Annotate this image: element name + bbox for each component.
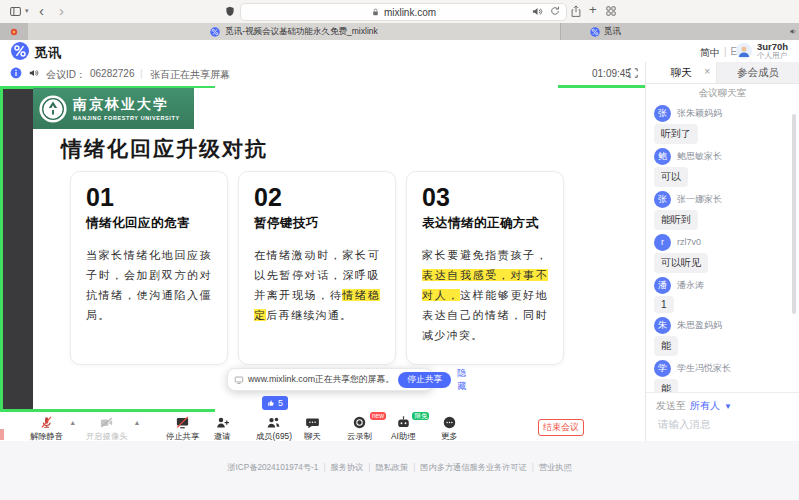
avatar: r (654, 234, 671, 251)
mixlink-favicon (590, 27, 600, 37)
chat-message-head: 潘潘永涛 (654, 276, 799, 294)
tab-chat[interactable]: 聊天 × (646, 62, 716, 83)
page-footer: 浙ICP备2024101974号-1|服务协议|隐私政策|国内多方通信服务业务许… (0, 441, 799, 500)
meeting-timer: 01:09:45 (592, 68, 631, 79)
footer-link[interactable]: 营业执照 (539, 463, 572, 472)
avatar: 潘 (654, 277, 671, 294)
chat-message-head: 朱朱思盈妈妈 (654, 316, 799, 334)
monitor-icon (234, 375, 244, 385)
tab-strip: 觅讯-视频会议基础功能永久免费_mixlink 觅讯 (0, 23, 799, 40)
footer-separator: | (532, 463, 534, 472)
tab-members-label: 参会成员 (737, 66, 779, 80)
send-to-row[interactable]: 发送至 所有人 ▼ (656, 399, 789, 413)
record-icon (352, 415, 367, 430)
address-bar[interactable]: mixlink.com (240, 3, 567, 21)
audio-icon[interactable] (28, 67, 40, 79)
toolbar-item-9[interactable]: 更多 (441, 415, 458, 442)
chat-message-list: 张张朱颖妈妈听到了鲍鲍思敏家长可以张张一娜家长能听到rrzl7v0可以听见潘潘永… (646, 102, 799, 392)
stop-sharing-button[interactable]: 停止共享 (398, 372, 451, 388)
toolbar-badge: new (370, 412, 386, 420)
chat-message-input[interactable] (656, 417, 790, 431)
chevron-up-icon[interactable]: ▲ (69, 419, 76, 426)
user-block[interactable]: 3ur70h 个人用户 (757, 42, 788, 60)
chevron-down-icon[interactable]: ▾ (25, 7, 29, 15)
chat-sender-name: 张一娜家长 (677, 193, 722, 206)
active-tab[interactable]: 觅讯-视频会议基础功能永久免费_mixlink (28, 23, 561, 40)
chat-message-head: 学学生冯悦家长 (654, 359, 799, 377)
toolbar-item-1[interactable]: ▲解除静音 (30, 415, 63, 442)
toolbar-item-3[interactable]: 停止共享 (166, 415, 199, 442)
speaker-icon[interactable] (531, 5, 544, 18)
chat-message-head: 张张一娜家长 (654, 190, 799, 208)
send-to-value[interactable]: 所有人 (690, 399, 720, 413)
chat-message: 张张朱颖妈妈听到了 (654, 104, 799, 144)
toolbar-item-2[interactable]: ▲开启摄像头 (86, 415, 127, 442)
send-to-label: 发送至 (656, 399, 686, 413)
toolbar-item-4[interactable]: 邀请 (214, 415, 231, 442)
share-banner-message: www.mixlink.com正在共享您的屏幕。 (248, 374, 394, 386)
sidebar-toggle-icon[interactable] (9, 5, 22, 18)
chat-scrollbar[interactable] (792, 114, 796, 314)
tab-overview-icon[interactable] (605, 5, 617, 17)
meeting-id-value: 06282726 (90, 68, 135, 79)
chat-input-area: 发送至 所有人 ▼ (646, 392, 799, 441)
panel-tabs: 聊天 × 参会成员 (646, 62, 799, 84)
end-meeting-button[interactable]: 结束会议 (538, 419, 584, 436)
mixlink-logo-icon (11, 42, 29, 60)
chat-message-head: 鲍鲍思敏家长 (654, 147, 799, 165)
avatar: 朱 (654, 317, 671, 334)
close-icon[interactable]: × (704, 66, 710, 77)
fullscreen-icon[interactable] (627, 67, 639, 79)
slide-cards: 01情绪化回应的危害当家长情绪化地回应孩子时，会加剧双方的对抗情绪，使沟通陷入僵… (70, 171, 564, 365)
forward-button[interactable]: › (59, 1, 64, 21)
footer-link[interactable]: 国内多方通信服务业务许可证 (420, 463, 526, 472)
hide-banner-link[interactable]: 隐藏 (457, 367, 466, 393)
presentation-slide: 南京林业大学 NANJING FORESTRY UNIVERSITY 情绪化回应… (33, 88, 645, 409)
toolbar-item-8[interactable]: 限免AI助理 (391, 415, 415, 442)
mic-muted-icon (39, 415, 54, 430)
ghost-artifact (0, 429, 4, 440)
meeting-id-label: 会议ID： (46, 68, 86, 82)
footer-link[interactable]: 隐私政策 (375, 463, 408, 472)
new-tab-button[interactable]: + (589, 2, 597, 17)
avatar[interactable] (736, 43, 752, 59)
university-seal-icon (38, 94, 68, 124)
invite-icon (215, 415, 230, 430)
chat-message: 鲍鲍思敏家长可以 (654, 147, 799, 187)
toolbar-item-6[interactable]: 聊天 (304, 415, 321, 442)
chat-message: 张张一娜家长能听到 (654, 190, 799, 230)
thumbs-up-icon (267, 399, 275, 407)
info-icon[interactable] (10, 67, 22, 79)
lang-zh[interactable]: 简中 (700, 46, 720, 60)
card-body: 家长要避免指责孩子，表达自我感受，对事不对人，这样能够更好地表达自己的情绪，同时… (422, 245, 548, 345)
second-tab[interactable]: 觅讯 (560, 23, 799, 40)
chat-sender-name: 潘永涛 (677, 279, 704, 292)
footer-link[interactable]: 服务协议 (331, 463, 364, 472)
toolbar-item-7[interactable]: new云录制 (347, 415, 372, 442)
reaction-badge[interactable]: 5 (262, 396, 288, 410)
chat-message-bubble: 能听到 (654, 210, 698, 230)
university-name-en: NANJING FORESTRY UNIVERSITY (73, 115, 180, 121)
share-icon[interactable] (570, 4, 582, 18)
chat-message: 朱朱思盈妈妈能 (654, 316, 799, 356)
back-button[interactable]: ‹ (39, 1, 44, 21)
card-body: 当家长情绪化地回应孩子时，会加剧双方的对抗情绪，使沟通陷入僵局。 (86, 245, 212, 325)
tab-members[interactable]: 参会成员 (716, 62, 799, 83)
chat-message: 潘潘永涛1 (654, 276, 799, 313)
chevron-down-icon[interactable]: ▼ (724, 402, 732, 411)
avatar: 张 (654, 191, 671, 208)
chevron-up-icon[interactable]: ▲ (134, 419, 141, 426)
chat-sender-name: 学生冯悦家长 (677, 362, 731, 375)
active-tab-title: 觅讯-视频会议基础功能永久免费_mixlink (225, 26, 378, 38)
tab-chat-label: 聊天 (671, 66, 692, 80)
reload-icon[interactable] (549, 5, 561, 17)
card-number: 03 (422, 183, 548, 212)
slide-card: 03表达情绪的正确方式家长要避免指责孩子，表达自我感受，对事不对人，这样能够更好… (406, 171, 564, 365)
card-text-segment: 后再继续沟通。 (266, 309, 352, 321)
pinned-tab[interactable] (0, 23, 29, 40)
shield-icon[interactable] (224, 5, 236, 18)
toolbar-item-5[interactable]: 成员(695) (256, 415, 292, 442)
footer-link[interactable]: 浙ICP备2024101974号-1 (227, 463, 318, 472)
chat-room-title: 会议聊天室 (646, 84, 799, 102)
tab-audio-icon[interactable] (789, 27, 798, 36)
